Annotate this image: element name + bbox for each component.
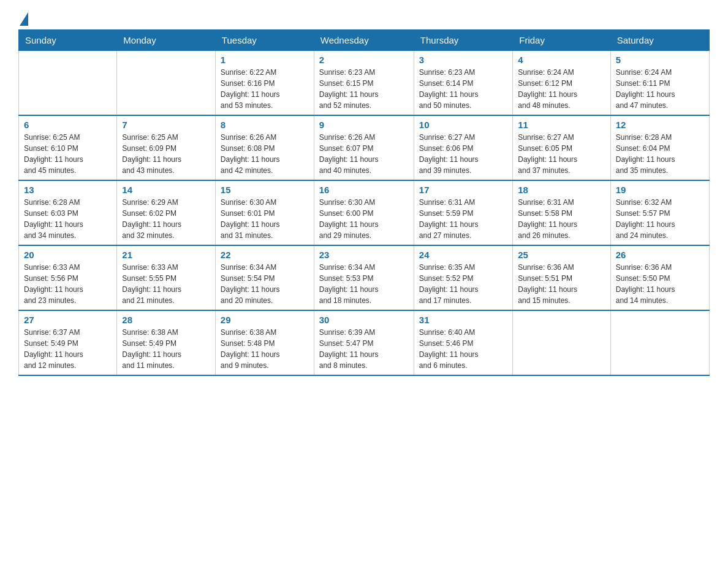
day-info: Sunrise: 6:34 AMSunset: 5:53 PMDaylight:… bbox=[319, 262, 409, 306]
day-number: 15 bbox=[221, 185, 309, 195]
day-info: Sunrise: 6:33 AMSunset: 5:55 PMDaylight:… bbox=[122, 262, 210, 306]
calendar-week-row: 27Sunrise: 6:37 AMSunset: 5:49 PMDayligh… bbox=[19, 310, 710, 375]
day-number: 1 bbox=[221, 55, 309, 65]
day-number: 2 bbox=[319, 55, 409, 65]
day-info: Sunrise: 6:31 AMSunset: 5:58 PMDaylight:… bbox=[518, 197, 605, 241]
calendar-day-cell bbox=[513, 310, 610, 375]
day-number: 7 bbox=[122, 120, 210, 130]
calendar-day-cell: 25Sunrise: 6:36 AMSunset: 5:51 PMDayligh… bbox=[513, 245, 610, 310]
day-number: 26 bbox=[616, 250, 704, 260]
day-of-week-header: Tuesday bbox=[215, 30, 314, 51]
calendar-day-cell: 11Sunrise: 6:27 AMSunset: 6:05 PMDayligh… bbox=[513, 115, 610, 180]
calendar-week-row: 13Sunrise: 6:28 AMSunset: 6:03 PMDayligh… bbox=[19, 180, 710, 245]
calendar-day-cell: 22Sunrise: 6:34 AMSunset: 5:54 PMDayligh… bbox=[215, 245, 314, 310]
day-info: Sunrise: 6:39 AMSunset: 5:47 PMDaylight:… bbox=[319, 327, 409, 371]
calendar-day-cell: 27Sunrise: 6:37 AMSunset: 5:49 PMDayligh… bbox=[19, 310, 117, 375]
calendar-day-cell: 28Sunrise: 6:38 AMSunset: 5:49 PMDayligh… bbox=[117, 310, 216, 375]
day-number: 18 bbox=[518, 185, 605, 195]
day-info: Sunrise: 6:24 AMSunset: 6:11 PMDaylight:… bbox=[616, 67, 704, 111]
calendar-week-row: 6Sunrise: 6:25 AMSunset: 6:10 PMDaylight… bbox=[19, 115, 710, 180]
day-info: Sunrise: 6:40 AMSunset: 5:46 PMDaylight:… bbox=[419, 327, 507, 371]
day-info: Sunrise: 6:38 AMSunset: 5:49 PMDaylight:… bbox=[122, 327, 210, 371]
day-info: Sunrise: 6:32 AMSunset: 5:57 PMDaylight:… bbox=[616, 197, 704, 241]
calendar-day-cell: 29Sunrise: 6:38 AMSunset: 5:48 PMDayligh… bbox=[215, 310, 314, 375]
day-number: 17 bbox=[419, 185, 507, 195]
logo-triangle-icon bbox=[20, 12, 28, 26]
day-number: 16 bbox=[319, 185, 409, 195]
day-info: Sunrise: 6:28 AMSunset: 6:04 PMDaylight:… bbox=[616, 132, 704, 176]
day-info: Sunrise: 6:26 AMSunset: 6:08 PMDaylight:… bbox=[221, 132, 309, 176]
day-info: Sunrise: 6:24 AMSunset: 6:12 PMDaylight:… bbox=[518, 67, 605, 111]
calendar-day-cell: 23Sunrise: 6:34 AMSunset: 5:53 PMDayligh… bbox=[314, 245, 414, 310]
day-number: 9 bbox=[319, 120, 409, 130]
day-number: 31 bbox=[419, 315, 507, 325]
day-number: 6 bbox=[24, 120, 112, 130]
calendar-day-cell: 26Sunrise: 6:36 AMSunset: 5:50 PMDayligh… bbox=[610, 245, 709, 310]
day-number: 13 bbox=[24, 185, 112, 195]
calendar-day-cell: 15Sunrise: 6:30 AMSunset: 6:01 PMDayligh… bbox=[215, 180, 314, 245]
day-number: 27 bbox=[24, 315, 112, 325]
calendar-week-row: 1Sunrise: 6:22 AMSunset: 6:16 PMDaylight… bbox=[19, 51, 710, 116]
day-number: 5 bbox=[616, 55, 704, 65]
calendar-day-cell: 4Sunrise: 6:24 AMSunset: 6:12 PMDaylight… bbox=[513, 51, 610, 116]
day-info: Sunrise: 6:36 AMSunset: 5:51 PMDaylight:… bbox=[518, 262, 605, 306]
day-of-week-header: Wednesday bbox=[314, 30, 414, 51]
day-info: Sunrise: 6:26 AMSunset: 6:07 PMDaylight:… bbox=[319, 132, 409, 176]
day-of-week-header: Saturday bbox=[610, 30, 709, 51]
day-number: 8 bbox=[221, 120, 309, 130]
day-number: 12 bbox=[616, 120, 704, 130]
calendar-day-cell: 6Sunrise: 6:25 AMSunset: 6:10 PMDaylight… bbox=[19, 115, 117, 180]
day-info: Sunrise: 6:31 AMSunset: 5:59 PMDaylight:… bbox=[419, 197, 507, 241]
calendar-day-cell: 13Sunrise: 6:28 AMSunset: 6:03 PMDayligh… bbox=[19, 180, 117, 245]
day-of-week-header: Sunday bbox=[19, 30, 117, 51]
day-info: Sunrise: 6:38 AMSunset: 5:48 PMDaylight:… bbox=[221, 327, 309, 371]
day-number: 4 bbox=[518, 55, 605, 65]
calendar-day-cell: 30Sunrise: 6:39 AMSunset: 5:47 PMDayligh… bbox=[314, 310, 414, 375]
calendar-week-row: 20Sunrise: 6:33 AMSunset: 5:56 PMDayligh… bbox=[19, 245, 710, 310]
day-number: 30 bbox=[319, 315, 409, 325]
day-info: Sunrise: 6:34 AMSunset: 5:54 PMDaylight:… bbox=[221, 262, 309, 306]
page-header bbox=[18, 12, 710, 23]
calendar-day-cell: 1Sunrise: 6:22 AMSunset: 6:16 PMDaylight… bbox=[215, 51, 314, 116]
day-info: Sunrise: 6:25 AMSunset: 6:09 PMDaylight:… bbox=[122, 132, 210, 176]
logo bbox=[18, 12, 28, 23]
calendar-day-cell: 21Sunrise: 6:33 AMSunset: 5:55 PMDayligh… bbox=[117, 245, 216, 310]
day-info: Sunrise: 6:22 AMSunset: 6:16 PMDaylight:… bbox=[221, 67, 309, 111]
day-number: 11 bbox=[518, 120, 605, 130]
calendar-day-cell: 18Sunrise: 6:31 AMSunset: 5:58 PMDayligh… bbox=[513, 180, 610, 245]
calendar-day-cell bbox=[117, 51, 216, 116]
calendar-day-cell: 17Sunrise: 6:31 AMSunset: 5:59 PMDayligh… bbox=[414, 180, 512, 245]
calendar-day-cell: 12Sunrise: 6:28 AMSunset: 6:04 PMDayligh… bbox=[610, 115, 709, 180]
calendar-day-cell: 16Sunrise: 6:30 AMSunset: 6:00 PMDayligh… bbox=[314, 180, 414, 245]
calendar-day-cell: 9Sunrise: 6:26 AMSunset: 6:07 PMDaylight… bbox=[314, 115, 414, 180]
day-info: Sunrise: 6:23 AMSunset: 6:14 PMDaylight:… bbox=[419, 67, 507, 111]
day-number: 10 bbox=[419, 120, 507, 130]
day-info: Sunrise: 6:36 AMSunset: 5:50 PMDaylight:… bbox=[616, 262, 704, 306]
day-info: Sunrise: 6:25 AMSunset: 6:10 PMDaylight:… bbox=[24, 132, 112, 176]
day-number: 20 bbox=[24, 250, 112, 260]
day-info: Sunrise: 6:30 AMSunset: 6:00 PMDaylight:… bbox=[319, 197, 409, 241]
calendar-day-cell: 19Sunrise: 6:32 AMSunset: 5:57 PMDayligh… bbox=[610, 180, 709, 245]
day-number: 23 bbox=[319, 250, 409, 260]
day-of-week-header: Friday bbox=[513, 30, 610, 51]
day-number: 29 bbox=[221, 315, 309, 325]
day-info: Sunrise: 6:33 AMSunset: 5:56 PMDaylight:… bbox=[24, 262, 112, 306]
calendar-day-cell: 7Sunrise: 6:25 AMSunset: 6:09 PMDaylight… bbox=[117, 115, 216, 180]
day-info: Sunrise: 6:30 AMSunset: 6:01 PMDaylight:… bbox=[221, 197, 309, 241]
day-number: 3 bbox=[419, 55, 507, 65]
calendar-table: SundayMondayTuesdayWednesdayThursdayFrid… bbox=[18, 29, 710, 376]
calendar-header-row: SundayMondayTuesdayWednesdayThursdayFrid… bbox=[19, 30, 710, 51]
day-info: Sunrise: 6:27 AMSunset: 6:05 PMDaylight:… bbox=[518, 132, 605, 176]
day-number: 28 bbox=[122, 315, 210, 325]
day-info: Sunrise: 6:35 AMSunset: 5:52 PMDaylight:… bbox=[419, 262, 507, 306]
calendar-day-cell bbox=[19, 51, 117, 116]
calendar-day-cell: 3Sunrise: 6:23 AMSunset: 6:14 PMDaylight… bbox=[414, 51, 512, 116]
day-of-week-header: Thursday bbox=[414, 30, 512, 51]
day-number: 21 bbox=[122, 250, 210, 260]
calendar-day-cell: 14Sunrise: 6:29 AMSunset: 6:02 PMDayligh… bbox=[117, 180, 216, 245]
day-info: Sunrise: 6:27 AMSunset: 6:06 PMDaylight:… bbox=[419, 132, 507, 176]
day-number: 22 bbox=[221, 250, 309, 260]
calendar-day-cell: 5Sunrise: 6:24 AMSunset: 6:11 PMDaylight… bbox=[610, 51, 709, 116]
calendar-day-cell: 8Sunrise: 6:26 AMSunset: 6:08 PMDaylight… bbox=[215, 115, 314, 180]
day-number: 19 bbox=[616, 185, 704, 195]
